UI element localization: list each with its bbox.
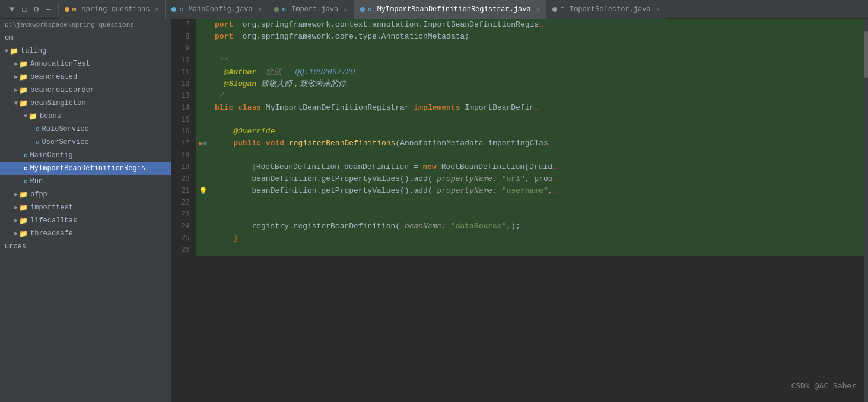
tab-myimport[interactable]: c MyImportBeanDefinitionRegistrar.java ✕ bbox=[354, 0, 546, 19]
line-gutter bbox=[196, 78, 210, 90]
tab-bar: ▼ ◻ ⚙ — m spring-questions ✕ c MainConfi… bbox=[0, 0, 868, 19]
sidebar-item-userservice[interactable]: c UserService bbox=[0, 136, 171, 149]
code-line-10: 10 ** bbox=[172, 55, 868, 66]
tab-dot bbox=[552, 7, 557, 12]
line-gutter bbox=[196, 90, 210, 102]
tab-close[interactable]: ✕ bbox=[536, 5, 540, 13]
tab-import[interactable]: c Import.java ✕ bbox=[268, 0, 354, 19]
tab-spring-questions[interactable]: m spring-questions ✕ bbox=[59, 0, 166, 19]
line-gutter bbox=[196, 197, 210, 209]
sidebar-item-beancreateorder[interactable]: ► 📁 beancreateorder bbox=[0, 84, 171, 97]
line-number: 9 bbox=[172, 43, 196, 55]
split-icon[interactable]: ◻ bbox=[19, 3, 28, 15]
tab-bar-controls: ▼ ◻ ⚙ — bbox=[2, 3, 59, 15]
line-code bbox=[210, 114, 868, 126]
sidebar-item-importtest[interactable]: ► 📁 importtest bbox=[0, 201, 171, 214]
code-table: 7 port org.springframework.context.annot… bbox=[172, 19, 868, 256]
code-container[interactable]: 7 port org.springframework.context.annot… bbox=[172, 19, 868, 402]
scroll-thumb bbox=[864, 31, 868, 78]
line-number: 24 bbox=[172, 221, 196, 232]
tab-importselector[interactable]: I ImportSelector.java ✕ bbox=[546, 0, 666, 19]
code-line-25: 25 } bbox=[172, 232, 868, 244]
folder-icon: 📁 bbox=[19, 229, 28, 238]
settings-icon[interactable]: ⚙ bbox=[31, 3, 41, 15]
line-number: 10 bbox=[172, 55, 196, 66]
line-gutter bbox=[196, 19, 210, 31]
line-gutter bbox=[196, 31, 210, 43]
sidebar-item-om[interactable]: om bbox=[0, 31, 171, 44]
line-gutter bbox=[196, 43, 210, 55]
sidebar-item-myimportbeandef[interactable]: c MyImportBeanDefinitionRegis bbox=[0, 162, 171, 175]
code-line-18: 18 bbox=[172, 149, 868, 161]
folder-icon: 📁 bbox=[19, 203, 28, 212]
tab-label: ImportSelector.java bbox=[570, 5, 651, 14]
line-code bbox=[210, 43, 868, 55]
line-code: / bbox=[210, 90, 868, 102]
line-number: 22 bbox=[172, 197, 196, 209]
tab-label: MainConfig.java bbox=[189, 5, 253, 14]
sidebar-item-bfpp[interactable]: ► 📁 bfpp bbox=[0, 188, 171, 201]
code-line-15: 15 bbox=[172, 114, 868, 126]
code-line-14: 14 blic class MyImportBeanDefinitionRegi… bbox=[172, 102, 868, 114]
sidebar-item-beans[interactable]: ▼ 📁 beans bbox=[0, 110, 171, 123]
code-line-23: 23 bbox=[172, 209, 868, 221]
folder-icon: 📁 bbox=[19, 190, 28, 199]
line-gutter bbox=[196, 66, 210, 78]
bulb-icon: 💡 bbox=[199, 187, 208, 196]
editor-area: 7 port org.springframework.context.annot… bbox=[172, 19, 868, 402]
sidebar: D:\javaworkspace\spring-questions om ▼ 📁… bbox=[0, 19, 172, 402]
code-line-24: 24 registry.registerBeanDefinition( bean… bbox=[172, 221, 868, 232]
line-number: 13 bbox=[172, 90, 196, 102]
tab-close[interactable]: ✕ bbox=[155, 5, 160, 13]
sidebar-item-lifecallbak[interactable]: ► 📁 lifecallbak bbox=[0, 214, 171, 227]
line-number: 21 bbox=[172, 185, 196, 197]
code-line-21: 21 💡 beanDefinition.getPropertyValues().… bbox=[172, 185, 868, 197]
line-gutter bbox=[196, 173, 210, 185]
line-code: port org.springframework.context.annotat… bbox=[210, 19, 868, 31]
line-code: beanDefinition.getPropertyValues().add( … bbox=[210, 185, 868, 197]
folder-icon: 📁 bbox=[19, 73, 28, 82]
sidebar-path: D:\javaworkspace\spring-questions bbox=[0, 19, 171, 31]
line-gutter bbox=[196, 221, 210, 232]
sidebar-item-roleservice[interactable]: c RoleService bbox=[0, 123, 171, 136]
line-code: |RootBeanDefinition beanDefinition = new… bbox=[210, 161, 868, 173]
line-number: 18 bbox=[172, 149, 196, 161]
line-code: beanDefinition.getPropertyValues().add( … bbox=[210, 173, 868, 185]
tab-close[interactable]: ✕ bbox=[656, 5, 660, 13]
line-code: @Override bbox=[210, 126, 868, 138]
code-line-7: 7 port org.springframework.context.annot… bbox=[172, 19, 868, 31]
sidebar-item-tuling[interactable]: ▼ 📁 tuling bbox=[0, 44, 171, 58]
minimize-icon[interactable]: — bbox=[43, 4, 53, 15]
line-number: 19 bbox=[172, 161, 196, 173]
sidebar-item-threadsafe[interactable]: ► 📁 threadsafe bbox=[0, 227, 171, 240]
line-number: 14 bbox=[172, 102, 196, 114]
code-line-26: 26 bbox=[172, 244, 868, 256]
watermark: CSDN @AC Saber bbox=[791, 381, 856, 390]
folder-icon: 📁 bbox=[19, 86, 28, 95]
line-code bbox=[210, 209, 868, 221]
line-number: 11 bbox=[172, 66, 196, 78]
tab-close[interactable]: ✕ bbox=[344, 5, 348, 13]
gutter-at: @ bbox=[203, 140, 207, 147]
dropdown-icon[interactable]: ▼ bbox=[7, 4, 17, 15]
tab-dot bbox=[360, 7, 365, 12]
line-gutter-21: 💡 bbox=[196, 185, 210, 197]
sidebar-item-annotationtest[interactable]: ► 📁 AnnotationTest bbox=[0, 58, 171, 71]
line-gutter bbox=[196, 161, 210, 173]
line-gutter bbox=[196, 55, 210, 66]
line-number: 26 bbox=[172, 244, 196, 256]
tab-mainconfig[interactable]: c MainConfig.java ✕ bbox=[166, 0, 268, 19]
tab-label: MyImportBeanDefinitionRegistrar.java bbox=[377, 5, 530, 14]
tab-dot bbox=[274, 7, 279, 12]
tab-close[interactable]: ✕ bbox=[258, 5, 262, 13]
sidebar-item-mainconfig[interactable]: c MainConfig bbox=[0, 149, 171, 162]
scroll-indicator[interactable] bbox=[864, 19, 868, 402]
sidebar-item-beancreated[interactable]: ► 📁 beancreated bbox=[0, 71, 171, 84]
folder-icon: 📁 bbox=[28, 112, 37, 121]
sidebar-item-beansingleton[interactable]: ▼ 📁 beanSingleton bbox=[0, 97, 171, 110]
line-number: 15 bbox=[172, 114, 196, 126]
sidebar-item-urces[interactable]: urces bbox=[0, 240, 171, 253]
code-line-11: 11 @Author 徐庶 QQ:1092002729 bbox=[172, 66, 868, 78]
line-number: 12 bbox=[172, 78, 196, 90]
sidebar-item-run[interactable]: c Run bbox=[0, 175, 171, 188]
